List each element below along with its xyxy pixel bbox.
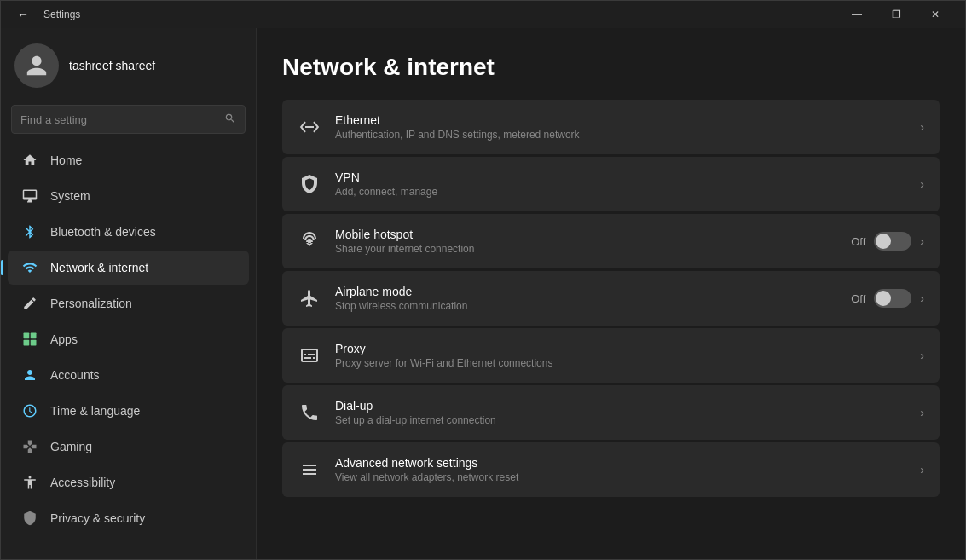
- ethernet-icon: [298, 115, 321, 139]
- airplane-right: Off ›: [851, 289, 924, 308]
- nav-personalization[interactable]: Personalization: [8, 286, 249, 320]
- title-bar: ← Settings — ❐ ✕: [1, 1, 965, 28]
- search-input[interactable]: [20, 113, 224, 126]
- hotspot-title: Mobile hotspot: [335, 228, 837, 241]
- airplane-icon: [298, 286, 321, 310]
- airplane-desc: Stop wireless communication: [335, 300, 837, 312]
- sidebar: tashreef shareef Home: [1, 28, 257, 559]
- apps-icon: [21, 331, 38, 348]
- nav-system-label: System: [50, 189, 90, 203]
- ethernet-info: Ethernet Authentication, IP and DNS sett…: [335, 113, 906, 141]
- close-button[interactable]: ✕: [916, 1, 955, 28]
- nav-accounts-label: Accounts: [50, 368, 100, 382]
- username: tashreef shareef: [69, 59, 155, 72]
- vpn-right: ›: [920, 177, 924, 191]
- ethernet-desc: Authentication, IP and DNS settings, met…: [335, 129, 906, 141]
- nav-accounts[interactable]: Accounts: [8, 358, 249, 392]
- hotspot-desc: Share your internet connection: [335, 243, 837, 255]
- hotspot-toggle[interactable]: [874, 232, 911, 251]
- airplane-toggle-knob: [876, 291, 891, 306]
- search-icon-button[interactable]: [224, 113, 236, 127]
- nav-time-label: Time & language: [50, 404, 140, 418]
- ethernet-chevron: ›: [920, 120, 924, 134]
- airplane-title: Airplane mode: [335, 285, 837, 298]
- title-bar-left: ← Settings: [11, 3, 837, 26]
- hotspot-info: Mobile hotspot Share your internet conne…: [335, 228, 837, 255]
- setting-ethernet[interactable]: Ethernet Authentication, IP and DNS sett…: [282, 100, 940, 154]
- hotspot-chevron: ›: [920, 234, 924, 248]
- svg-rect-2: [24, 340, 30, 346]
- time-icon: [21, 402, 38, 419]
- dialup-icon: [298, 401, 321, 424]
- advanced-right: ›: [920, 463, 924, 476]
- setting-dialup[interactable]: Dial-up Set up a dial-up internet connec…: [282, 385, 940, 440]
- nav-gaming[interactable]: Gaming: [8, 430, 249, 464]
- personalization-icon: [21, 295, 38, 312]
- accessibility-icon: [21, 474, 38, 491]
- setting-hotspot[interactable]: Mobile hotspot Share your internet conne…: [282, 214, 940, 268]
- user-profile: tashreef shareef: [1, 28, 256, 100]
- airplane-toggle[interactable]: [874, 289, 911, 308]
- vpn-info: VPN Add, connect, manage: [335, 170, 906, 198]
- vpn-title: VPN: [335, 170, 906, 184]
- nav-home[interactable]: Home: [8, 143, 249, 177]
- nav-accessibility[interactable]: Accessibility: [8, 465, 249, 499]
- accounts-icon: [21, 367, 38, 384]
- nav-system[interactable]: System: [8, 179, 249, 213]
- nav-network[interactable]: Network & internet: [8, 251, 249, 285]
- home-icon: [21, 152, 38, 169]
- setting-vpn[interactable]: VPN Add, connect, manage ›: [282, 157, 940, 211]
- vpn-icon: [298, 172, 321, 196]
- nav-apps-label: Apps: [50, 332, 78, 346]
- ethernet-title: Ethernet: [335, 113, 906, 127]
- nav-bluetooth[interactable]: Bluetooth & devices: [8, 215, 249, 249]
- proxy-icon: [298, 344, 321, 367]
- advanced-desc: View all network adapters, network reset: [335, 471, 906, 483]
- dialup-title: Dial-up: [335, 399, 906, 413]
- svg-rect-0: [24, 333, 30, 339]
- vpn-desc: Add, connect, manage: [335, 186, 906, 198]
- svg-rect-3: [31, 340, 37, 346]
- svg-rect-1: [31, 333, 37, 339]
- privacy-icon: [21, 510, 38, 527]
- dialup-chevron: ›: [920, 406, 924, 419]
- gaming-icon: [21, 438, 38, 455]
- airplane-info: Airplane mode Stop wireless communicatio…: [335, 285, 837, 312]
- page-title: Network & internet: [282, 54, 940, 81]
- advanced-info: Advanced network settings View all netwo…: [335, 456, 906, 483]
- nav-privacy[interactable]: Privacy & security: [8, 501, 249, 535]
- proxy-info: Proxy Proxy server for Wi-Fi and Etherne…: [335, 342, 906, 369]
- content-area: tashreef shareef Home: [1, 28, 965, 559]
- advanced-title: Advanced network settings: [335, 456, 906, 470]
- ethernet-right: ›: [920, 120, 924, 134]
- advanced-chevron: ›: [920, 463, 924, 476]
- minimize-button[interactable]: —: [837, 1, 876, 28]
- nav-home-label: Home: [50, 153, 82, 167]
- window-title: Settings: [43, 9, 80, 20]
- proxy-chevron: ›: [920, 349, 924, 362]
- bluetooth-icon: [21, 223, 38, 240]
- dialup-right: ›: [920, 406, 924, 419]
- nav-gaming-label: Gaming: [50, 440, 92, 453]
- setting-proxy[interactable]: Proxy Proxy server for Wi-Fi and Etherne…: [282, 328, 940, 383]
- setting-airplane[interactable]: Airplane mode Stop wireless communicatio…: [282, 271, 940, 326]
- settings-list: Ethernet Authentication, IP and DNS sett…: [282, 100, 940, 497]
- proxy-title: Proxy: [335, 342, 906, 355]
- setting-advanced[interactable]: Advanced network settings View all netwo…: [282, 442, 940, 497]
- hotspot-toggle-label: Off: [851, 235, 865, 248]
- back-button[interactable]: ←: [11, 3, 35, 26]
- nav-apps[interactable]: Apps: [8, 322, 249, 356]
- network-icon: [21, 259, 38, 276]
- dialup-desc: Set up a dial-up internet connection: [335, 414, 906, 426]
- dialup-info: Dial-up Set up a dial-up internet connec…: [335, 399, 906, 426]
- settings-window: ← Settings — ❐ ✕ tashreef shareef: [0, 0, 966, 560]
- nav-network-label: Network & internet: [50, 261, 148, 274]
- nav-time[interactable]: Time & language: [8, 394, 249, 428]
- airplane-chevron: ›: [920, 292, 924, 305]
- hotspot-right: Off ›: [851, 232, 924, 251]
- airplane-toggle-label: Off: [851, 292, 865, 305]
- window-controls: — ❐ ✕: [837, 1, 955, 28]
- main-content: Network & internet Ethernet Authenticati…: [257, 28, 965, 559]
- search-box[interactable]: [11, 105, 246, 134]
- maximize-button[interactable]: ❐: [876, 1, 916, 28]
